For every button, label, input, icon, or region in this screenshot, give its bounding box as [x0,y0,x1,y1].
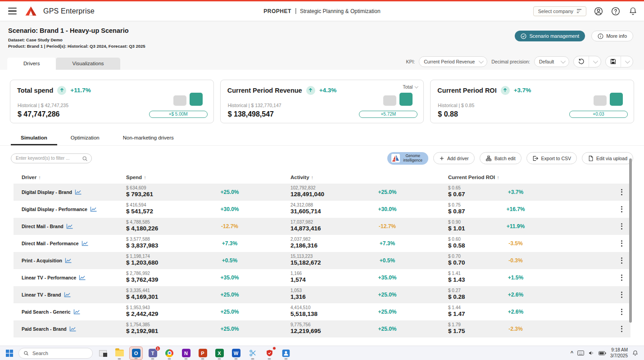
more-info-button[interactable]: More info [591,31,633,41]
genome-intelligence-button[interactable]: Genomeintelligence [387,152,428,165]
decimal-precision-select[interactable]: Default [534,56,569,67]
taskbar-search[interactable]: Search [18,348,93,359]
sort-arrow-icon: ↑ [38,175,41,180]
mini-bar-chart [383,93,413,106]
table-row: Direct Mail - Brand $ 4,788,585 $ 4,180,… [14,218,630,235]
search-icon [82,155,88,163]
hamburger-menu-icon[interactable] [6,6,18,17]
batch-edit-button[interactable]: Batch edit [480,152,522,164]
total-dropdown[interactable]: Total [403,84,417,90]
tab-optimization[interactable]: Optimization [61,132,109,145]
activity-cell: 9,775,756 12,219,695 [290,322,360,335]
keyword-filter-input[interactable] [11,153,92,163]
help-icon[interactable] [611,6,621,16]
spend-cell: $ 416,594 $ 541,572 [126,202,203,216]
mini-bar-chart [173,93,203,106]
row-menu-button[interactable] [612,273,630,283]
notifications-bell-icon[interactable] [628,6,638,16]
spend-current: $ 3,762,439 [126,276,203,284]
roi-current: $ 0.70 [448,259,491,267]
battery-icon[interactable] [599,351,606,356]
check-circle-icon [521,33,526,39]
page-body: Scenario: Brand 1 - Heavy-up Scenario Da… [0,21,644,360]
taskbar-people-app-icon[interactable] [279,346,293,360]
start-button[interactable] [4,347,15,359]
row-menu-button[interactable] [612,187,630,197]
roi-historical: $ 0.70 [448,254,491,260]
activity-change-pct: +25.0% [360,292,414,298]
driver-name-cell: Print - Acquisition [22,258,126,263]
save-options-button[interactable] [621,56,633,67]
line-chart-icon[interactable] [90,207,97,212]
row-menu-button[interactable] [612,238,630,248]
save-button[interactable] [606,56,621,67]
taskbar-file-explorer-icon[interactable] [113,346,126,360]
edit-via-upload-button[interactable]: Edit via upload [582,152,633,164]
table-row: Digital Display - Performance $ 416,594 … [14,201,630,218]
row-menu-button[interactable] [612,290,630,300]
line-chart-icon[interactable] [69,326,76,332]
tab-drivers[interactable]: Drivers [7,58,56,70]
export-to-csv-button[interactable]: Export to CSV [526,152,577,164]
line-chart-icon[interactable] [75,189,82,195]
card-change-pct: +3.7% [514,87,531,94]
select-company-button[interactable]: Select company [533,6,586,16]
row-menu-button[interactable] [612,307,630,317]
row-menu-button[interactable] [612,221,630,231]
line-chart-icon[interactable] [79,275,86,280]
up-arrow-icon [501,86,510,95]
language-keyboard-icon[interactable] [577,350,584,356]
driver-name: Direct Mail - Brand [22,224,63,229]
roi-current: $ 1.47 [448,310,491,318]
chevron-down-icon [561,58,566,63]
col-header-spend[interactable]: Spend↑ [126,175,203,180]
add-driver-button[interactable]: Add driver [433,152,475,164]
notification-center-icon[interactable] [632,350,639,356]
taskbar-desktop-icon[interactable] [96,346,109,360]
decimal-precision-value: Default [539,59,554,64]
line-chart-icon[interactable] [82,241,88,246]
tab-non-marketing-drivers[interactable]: Non-marketing drivers [113,132,184,145]
taskbar-onenote-icon[interactable]: N [179,346,193,360]
taskbar-security-app-icon[interactable] [263,346,276,360]
kpi-select[interactable]: Current Period Revenue [419,56,487,67]
activity-cell: 1,053 1,316 [290,288,360,301]
col-header-current-period-roi[interactable]: Current Period ROI↑ [448,175,540,180]
taskbar-teams-icon[interactable]: T1 [146,346,159,360]
taskbar-chrome-icon[interactable] [163,346,176,360]
card-historical-value: Historical | $ 132,770,147 [228,103,281,108]
tab-simulation[interactable]: Simulation [11,132,57,145]
row-menu-button[interactable] [612,204,630,214]
taskbar-outlook-icon[interactable]: O [129,346,143,360]
row-menu-button[interactable] [612,256,630,266]
line-chart-icon[interactable] [64,292,71,297]
reset-options-button[interactable] [589,56,601,67]
taskbar-excel-icon[interactable]: X [213,346,226,360]
taskbar-clock[interactable]: 9:18 AM 3/7/2025 [610,347,628,359]
activity-current: 128,491,040 [290,191,360,198]
table-scrollbar[interactable] [629,158,632,323]
taskbar-snipping-tool-icon[interactable] [246,346,259,360]
scenario-management-button[interactable]: Scenario management [515,31,585,41]
line-chart-icon[interactable] [73,309,80,315]
line-chart-icon[interactable] [65,258,72,263]
kpi-card-current-period-roi: Current Period ROI +3.7% Historical | $ … [430,80,634,123]
volume-icon[interactable] [588,350,594,356]
total-dropdown-value: Total [403,84,413,90]
spend-current: $ 4,169,301 [126,293,203,301]
save-button-group [605,56,633,68]
tray-expand-icon[interactable]: ^ [571,350,573,356]
row-menu-button[interactable] [612,324,630,334]
taskbar-word-icon[interactable]: W [229,346,243,360]
col-header-driver[interactable]: Driver↑ [22,175,126,180]
reset-button[interactable] [574,56,589,67]
activity-historical: 17,037,982 [290,220,360,225]
tab-visualizations[interactable]: Visualizations [56,58,120,70]
spend-cell: $ 2,786,992 $ 3,762,439 [126,271,203,284]
roi-historical: $ 1.44 [448,305,491,311]
line-chart-icon[interactable] [66,224,73,229]
drivers-table: Driver↑ Spend↑ Activity↑ Current Period … [14,171,630,338]
col-header-activity[interactable]: Activity↑ [290,175,360,180]
taskbar-powerpoint-icon[interactable]: P [196,346,209,360]
account-icon[interactable] [594,6,603,16]
